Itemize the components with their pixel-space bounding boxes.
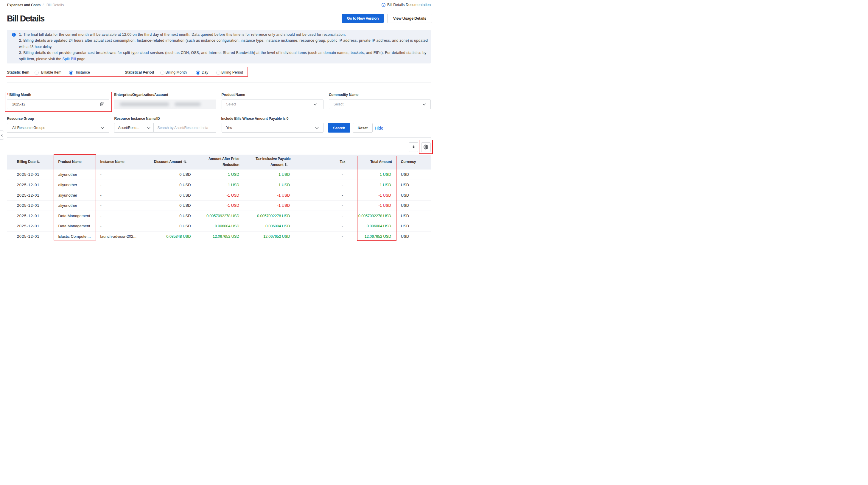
svg-text:?: ?: [383, 3, 384, 6]
